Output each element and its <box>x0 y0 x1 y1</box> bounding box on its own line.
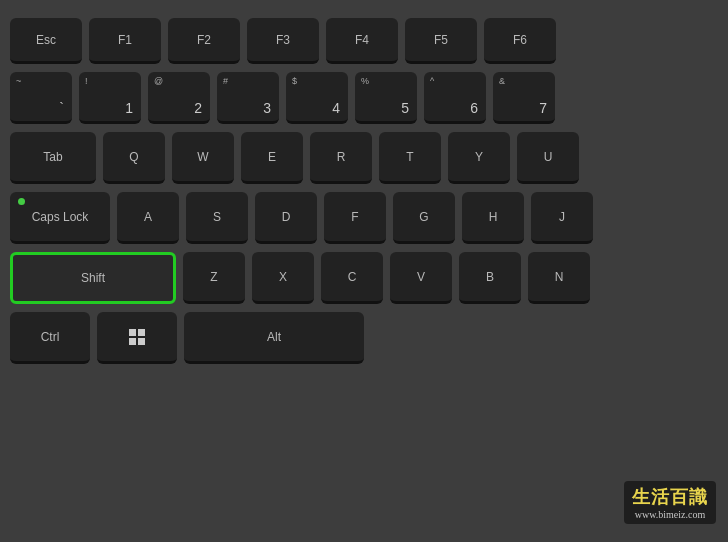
key-g[interactable]: G <box>393 192 455 244</box>
key-w[interactable]: W <box>172 132 234 184</box>
key-tab[interactable]: Tab <box>10 132 96 184</box>
key-windows[interactable] <box>97 312 177 364</box>
key-esc[interactable]: Esc <box>10 18 82 64</box>
key-n[interactable]: N <box>528 252 590 304</box>
caps-lock-indicator <box>18 198 25 205</box>
asdf-key-row: Caps Lock A S D F G H J <box>10 192 718 244</box>
qwerty-key-row: Tab Q W E R T Y U <box>10 132 718 184</box>
bottom-key-row: Ctrl Alt <box>10 312 718 364</box>
key-backtick[interactable]: ~ ` <box>10 72 72 124</box>
key-u[interactable]: U <box>517 132 579 184</box>
key-q[interactable]: Q <box>103 132 165 184</box>
key-2[interactable]: @ 2 <box>148 72 210 124</box>
watermark-chinese: 生活百識 <box>632 485 708 509</box>
key-f[interactable]: F <box>324 192 386 244</box>
key-ctrl-left[interactable]: Ctrl <box>10 312 90 364</box>
key-x[interactable]: X <box>252 252 314 304</box>
key-r[interactable]: R <box>310 132 372 184</box>
key-a[interactable]: A <box>117 192 179 244</box>
key-6[interactable]: ^ 6 <box>424 72 486 124</box>
key-1[interactable]: ! 1 <box>79 72 141 124</box>
key-c[interactable]: C <box>321 252 383 304</box>
key-f6[interactable]: F6 <box>484 18 556 64</box>
key-3[interactable]: # 3 <box>217 72 279 124</box>
keyboard-container: Esc F1 F2 F3 F4 F5 F6 ~ ` ! 1 @ <box>0 0 728 542</box>
key-5[interactable]: % 5 <box>355 72 417 124</box>
key-e[interactable]: E <box>241 132 303 184</box>
key-b[interactable]: B <box>459 252 521 304</box>
key-f2[interactable]: F2 <box>168 18 240 64</box>
key-caps-lock[interactable]: Caps Lock <box>10 192 110 244</box>
key-f3[interactable]: F3 <box>247 18 319 64</box>
key-f4[interactable]: F4 <box>326 18 398 64</box>
key-y[interactable]: Y <box>448 132 510 184</box>
key-4[interactable]: $ 4 <box>286 72 348 124</box>
function-key-row: Esc F1 F2 F3 F4 F5 F6 <box>10 18 718 64</box>
key-f1[interactable]: F1 <box>89 18 161 64</box>
key-shift-left[interactable]: Shift <box>10 252 176 304</box>
key-s[interactable]: S <box>186 192 248 244</box>
key-j[interactable]: J <box>531 192 593 244</box>
zxcv-key-row: Shift Z X C V B N <box>10 252 718 304</box>
key-z[interactable]: Z <box>183 252 245 304</box>
number-key-row: ~ ` ! 1 @ 2 # 3 $ 4 % 5 ^ 6 & 7 <box>10 72 718 124</box>
key-d[interactable]: D <box>255 192 317 244</box>
key-v[interactable]: V <box>390 252 452 304</box>
key-alt-left[interactable]: Alt <box>184 312 364 364</box>
windows-icon <box>129 329 145 345</box>
key-7[interactable]: & 7 <box>493 72 555 124</box>
watermark-url: www.bimeiz.com <box>632 509 708 520</box>
key-h[interactable]: H <box>462 192 524 244</box>
key-t[interactable]: T <box>379 132 441 184</box>
watermark: 生活百識 www.bimeiz.com <box>624 481 716 524</box>
key-f5[interactable]: F5 <box>405 18 477 64</box>
